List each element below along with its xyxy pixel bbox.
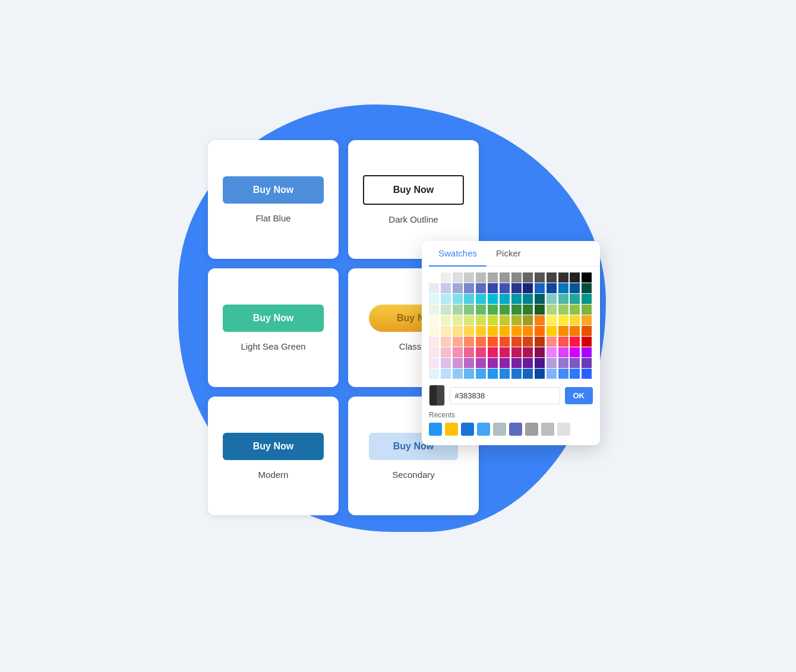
recent-swatch-item[interactable]: [493, 423, 506, 436]
color-swatch-item[interactable]: [523, 272, 533, 283]
color-swatch-item[interactable]: [488, 305, 498, 315]
color-swatch-item[interactable]: [464, 294, 474, 304]
color-swatch-item[interactable]: [547, 294, 557, 304]
color-swatch-item[interactable]: [511, 369, 522, 379]
color-swatch-item[interactable]: [582, 272, 592, 283]
color-swatch-item[interactable]: [535, 315, 545, 325]
hex-input-field[interactable]: [450, 387, 560, 404]
buy-now-light-sea-green-button[interactable]: Buy Now: [223, 305, 324, 332]
color-swatch-item[interactable]: [558, 369, 568, 379]
color-swatch-item[interactable]: [582, 283, 592, 293]
color-swatch-item[interactable]: [453, 305, 463, 315]
color-swatch-item[interactable]: [547, 369, 557, 379]
color-swatch-item[interactable]: [476, 326, 486, 336]
color-swatch-item[interactable]: [535, 326, 545, 336]
color-swatch-item[interactable]: [429, 315, 439, 325]
ok-button[interactable]: OK: [565, 387, 593, 404]
color-swatch-item[interactable]: [535, 305, 545, 315]
color-swatch-item[interactable]: [441, 326, 451, 336]
color-swatch-item[interactable]: [523, 294, 533, 304]
color-swatch-item[interactable]: [453, 369, 463, 379]
color-swatch-item[interactable]: [488, 272, 498, 283]
color-swatch-item[interactable]: [535, 337, 545, 347]
color-swatch-item[interactable]: [488, 315, 498, 325]
buy-now-flat-blue-button[interactable]: Buy Now: [223, 176, 324, 204]
color-swatch-item[interactable]: [488, 294, 498, 304]
color-swatch-item[interactable]: [570, 315, 580, 325]
color-swatch-item[interactable]: [488, 347, 498, 357]
color-swatch-item[interactable]: [429, 369, 439, 379]
color-swatch-item[interactable]: [547, 358, 557, 368]
color-swatch-item[interactable]: [511, 283, 522, 293]
color-swatch-item[interactable]: [547, 315, 557, 325]
color-swatch-item[interactable]: [429, 337, 439, 347]
color-swatch-item[interactable]: [464, 305, 474, 315]
color-swatch-item[interactable]: [441, 337, 451, 347]
color-swatch-item[interactable]: [511, 315, 522, 325]
color-swatch-item[interactable]: [476, 347, 486, 357]
color-swatch-item[interactable]: [476, 305, 486, 315]
color-swatch-item[interactable]: [511, 337, 522, 347]
color-swatch-item[interactable]: [547, 283, 557, 293]
color-swatch-item[interactable]: [453, 294, 463, 304]
color-swatch-item[interactable]: [570, 272, 580, 283]
color-swatch-item[interactable]: [476, 272, 486, 283]
tab-picker[interactable]: Picker: [487, 241, 530, 267]
color-swatch-item[interactable]: [570, 326, 580, 336]
color-swatch-item[interactable]: [535, 283, 545, 293]
color-swatch-item[interactable]: [523, 358, 533, 368]
color-swatch-item[interactable]: [429, 272, 439, 283]
color-swatch-item[interactable]: [582, 337, 592, 347]
color-swatch-item[interactable]: [558, 283, 568, 293]
color-swatch-item[interactable]: [535, 358, 545, 368]
color-swatch-item[interactable]: [453, 358, 463, 368]
color-swatch-item[interactable]: [511, 272, 522, 283]
color-swatch-item[interactable]: [441, 358, 451, 368]
buy-now-modern-button[interactable]: Buy Now: [223, 433, 324, 460]
color-swatch-item[interactable]: [570, 283, 580, 293]
color-swatch-item[interactable]: [547, 326, 557, 336]
color-swatch-item[interactable]: [476, 294, 486, 304]
color-swatch-item[interactable]: [547, 347, 557, 357]
color-swatch-item[interactable]: [464, 315, 474, 325]
color-swatch-item[interactable]: [500, 358, 510, 368]
color-swatch-item[interactable]: [500, 283, 510, 293]
color-swatch-item[interactable]: [511, 305, 522, 315]
color-swatch-item[interactable]: [441, 272, 451, 283]
buy-now-dark-outline-button[interactable]: Buy Now: [363, 175, 464, 205]
color-swatch-item[interactable]: [453, 272, 463, 283]
color-swatch-item[interactable]: [441, 283, 451, 293]
color-swatch-item[interactable]: [464, 272, 474, 283]
color-swatch-item[interactable]: [582, 315, 592, 325]
color-swatch-item[interactable]: [523, 305, 533, 315]
color-swatch-item[interactable]: [453, 283, 463, 293]
color-swatch-item[interactable]: [582, 326, 592, 336]
recent-swatch-item[interactable]: [477, 423, 490, 436]
color-swatch-item[interactable]: [523, 337, 533, 347]
color-swatch-item[interactable]: [441, 369, 451, 379]
color-swatch-item[interactable]: [500, 294, 510, 304]
color-swatch-item[interactable]: [464, 337, 474, 347]
recent-swatch-item[interactable]: [445, 423, 458, 436]
color-swatch-item[interactable]: [488, 358, 498, 368]
color-swatch-item[interactable]: [523, 283, 533, 293]
color-swatch-item[interactable]: [441, 315, 451, 325]
color-swatch-item[interactable]: [429, 305, 439, 315]
color-swatch-item[interactable]: [582, 294, 592, 304]
color-swatch-item[interactable]: [523, 347, 533, 357]
color-swatch-item[interactable]: [547, 305, 557, 315]
color-swatch-item[interactable]: [547, 337, 557, 347]
color-swatch-item[interactable]: [488, 337, 498, 347]
color-swatch-item[interactable]: [476, 283, 486, 293]
color-swatch-item[interactable]: [441, 294, 451, 304]
color-swatch-item[interactable]: [429, 358, 439, 368]
color-swatch-item[interactable]: [476, 337, 486, 347]
color-swatch-item[interactable]: [558, 358, 568, 368]
color-swatch-item[interactable]: [511, 326, 522, 336]
color-swatch-item[interactable]: [558, 347, 568, 357]
color-swatch-item[interactable]: [441, 347, 451, 357]
recent-swatch-item[interactable]: [541, 423, 554, 436]
color-swatch-item[interactable]: [476, 315, 486, 325]
color-swatch-item[interactable]: [570, 305, 580, 315]
color-swatch-item[interactable]: [500, 272, 510, 283]
